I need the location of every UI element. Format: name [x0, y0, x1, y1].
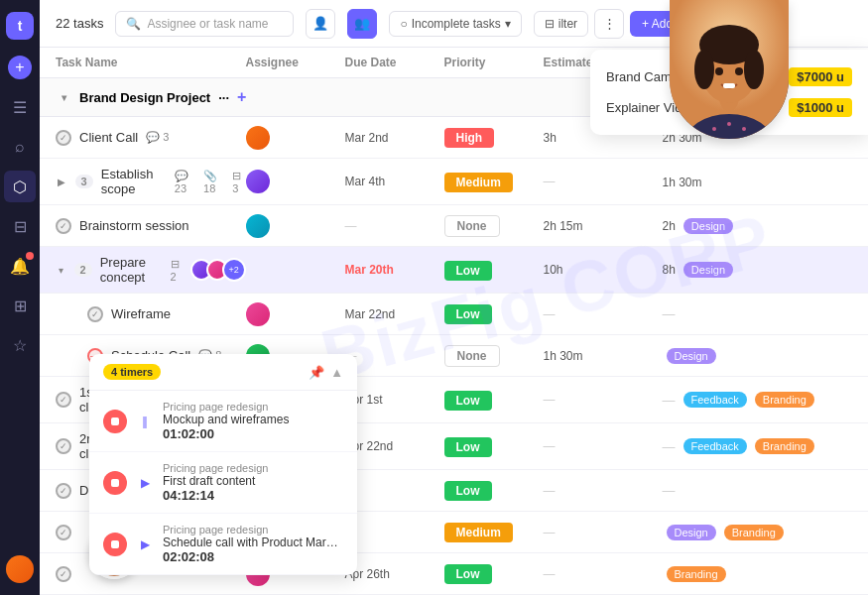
timer-play-button-2[interactable]: ▶: [135, 473, 155, 493]
sidebar-icon-menu[interactable]: ☰: [4, 91, 36, 123]
task-status-check[interactable]: [87, 306, 103, 322]
filter-icon: ⊟: [545, 17, 555, 31]
timer-task-1: Mockup and wireframes: [163, 413, 343, 426]
actual-time: —: [663, 393, 676, 408]
task-status-check[interactable]: [56, 566, 71, 582]
due-date-cell: —: [345, 219, 444, 233]
filter-label: Incomplete tasks: [412, 17, 501, 31]
row-expand-btn[interactable]: ▶: [56, 174, 67, 189]
table-row: Brainstorm session — None 2h 15m 2h Desi…: [40, 205, 868, 247]
branding-tag: Branding: [755, 392, 814, 408]
sidebar-add-button[interactable]: +: [8, 56, 32, 79]
sidebar-user-avatar[interactable]: [6, 555, 34, 583]
timer-info-1: Pricing page redesign Mockup and wirefra…: [163, 401, 343, 441]
main-content: 22 tasks 🔍 Assignee or task name 👤 👥 ○ I…: [40, 0, 868, 595]
due-date-cell: —: [345, 484, 444, 498]
branding-tag: Branding: [667, 566, 726, 582]
col-due-date: Due Date: [345, 56, 444, 69]
sidebar: t + ☰ ⌕ ⬡ ⊟ 🔔 ⊞ ☆: [0, 0, 40, 595]
timer-stop-button-2[interactable]: [103, 471, 127, 495]
design-tag: Design: [683, 218, 733, 234]
timer-stop-button-1[interactable]: [103, 410, 127, 433]
task-name-cell: ▾ 2 Prepare concept ⊟ 2 +2: [56, 255, 246, 285]
actual-time: 8h: [663, 263, 676, 277]
actual-time: —: [663, 439, 676, 454]
search-box[interactable]: 🔍 Assignee or task name: [115, 11, 294, 37]
timer-stop-button-3[interactable]: [103, 533, 127, 556]
priority-cell: Low: [444, 566, 544, 581]
table-row: Wireframe Mar 22nd Low — —: [40, 294, 868, 335]
sidebar-icon-grid[interactable]: ⬡: [4, 171, 36, 202]
subtask-count-badge: 2: [74, 263, 92, 277]
avatar-filter-icon[interactable]: 👥: [347, 9, 377, 39]
avatar-plus: +2: [222, 258, 246, 282]
sidebar-icon-notification[interactable]: 🔔: [4, 250, 36, 282]
timer-pin-icon[interactable]: 📌: [309, 365, 324, 380]
subtasks2-badge: ⊟ 2: [171, 258, 183, 283]
svg-point-10: [715, 67, 723, 75]
priority-cell: Low: [444, 393, 544, 408]
priority-cell: None: [444, 348, 544, 363]
tag-row: —: [663, 306, 853, 321]
timer-popup: 4 timers 📌 ▲ ‖ Pricing page redesign Moc…: [89, 354, 357, 575]
profile-svg: [670, 0, 789, 139]
timer-project-2: Pricing page redesign: [163, 462, 343, 474]
timer-time-1: 01:02:00: [163, 426, 343, 441]
task-status-check[interactable]: [56, 392, 71, 408]
sidebar-icon-apps[interactable]: ⊞: [4, 290, 36, 321]
clips-badge: 📎 18: [203, 170, 224, 194]
sidebar-icon-star[interactable]: ☆: [4, 329, 36, 361]
filter-chevron-icon: ▾: [505, 17, 511, 31]
table-row: ▶ 3 Establish scope 💬 23 📎 18 ⊟ 3 Mar 4t…: [40, 159, 868, 205]
timer-expand-icon[interactable]: ▲: [330, 365, 343, 380]
est-time-cell: 10h: [544, 263, 663, 277]
svg-point-9: [744, 50, 764, 89]
priority-badge: None: [444, 215, 500, 237]
task-count: 22 tasks: [56, 16, 103, 31]
design-tag: Design: [667, 525, 716, 540]
priority-badge: Medium: [444, 173, 513, 192]
priority-badge: Low: [444, 564, 492, 584]
timer-play-button-3[interactable]: ▶: [135, 535, 155, 554]
row-expand-btn[interactable]: ▾: [56, 262, 66, 278]
incomplete-tasks-filter[interactable]: ○ Incomplete tasks ▾: [389, 11, 521, 37]
assignee-avatar: [246, 126, 270, 150]
priority-badge: Low: [444, 391, 492, 411]
due-date-cell: —: [345, 349, 444, 363]
assignee-avatar: [246, 302, 270, 326]
timer-info-2: Pricing page redesign First draft conten…: [163, 462, 343, 503]
task-status-check[interactable]: [56, 525, 71, 540]
task-status-check[interactable]: [56, 218, 71, 234]
tag-row: —: [663, 483, 853, 498]
assignee-filter-icon[interactable]: 👤: [306, 9, 335, 39]
avatar-image: [6, 555, 34, 583]
filter-button[interactable]: ⊟ ilter: [534, 11, 588, 37]
est-time-cell: —: [544, 439, 663, 453]
sidebar-icon-home[interactable]: ⊟: [4, 210, 36, 242]
timer-time-2: 04:12:14: [163, 488, 343, 503]
task-status-check[interactable]: [56, 130, 71, 146]
task-status-check[interactable]: [56, 483, 71, 499]
more-options-button[interactable]: ⋮: [594, 9, 624, 39]
est-time-cell: —: [544, 484, 663, 498]
priority-badge: Low: [444, 261, 492, 281]
sidebar-icon-search[interactable]: ⌕: [4, 131, 36, 163]
due-date-cell: Mar 22nd: [345, 307, 444, 321]
task-comments-badge: 💬 3: [146, 131, 169, 144]
task-status-check[interactable]: [56, 438, 71, 454]
timer-play-button-1[interactable]: ‖: [135, 412, 155, 431]
feedback-tag: Feedback: [683, 392, 747, 408]
group-expand-btn[interactable]: ▾: [56, 89, 71, 105]
priority-badge: Medium: [444, 523, 513, 542]
svg-point-2: [712, 127, 716, 131]
timer-info-3: Pricing page redesign Schedule call with…: [163, 524, 343, 564]
timer-item-3: ▶ Pricing page redesign Schedule call wi…: [89, 514, 357, 575]
est-time-cell: 2h 15m: [544, 219, 663, 233]
stop-icon: [111, 417, 119, 425]
priority-badge: High: [444, 128, 495, 148]
assignee-cell: [246, 126, 345, 150]
group-dots[interactable]: ···: [218, 90, 229, 105]
group-add-btn[interactable]: +: [237, 88, 246, 106]
tag-row: — Feedback Branding: [663, 392, 853, 408]
assignee-cell: [246, 170, 345, 193]
